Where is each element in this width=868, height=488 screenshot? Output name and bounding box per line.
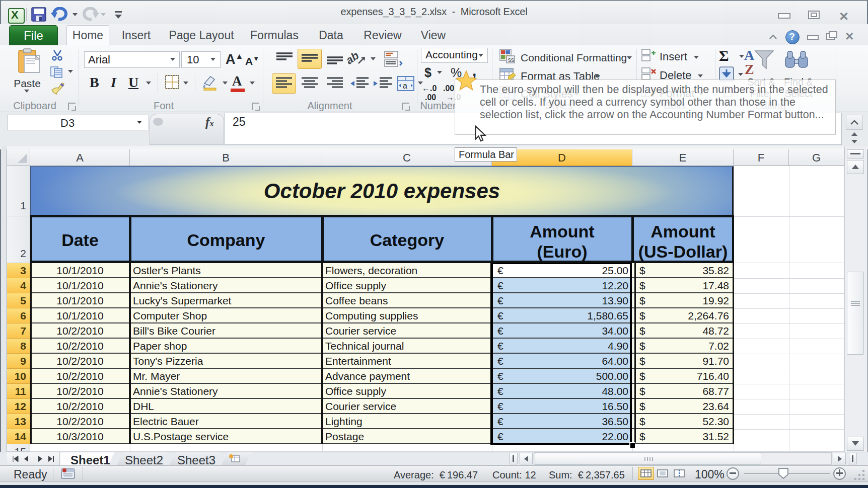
svg-text:A: A <box>744 48 755 63</box>
svg-text:ab: ab <box>347 50 361 67</box>
svg-text:ss: ss <box>508 56 514 63</box>
svg-text:a: a <box>403 82 407 90</box>
svg-text:Z: Z <box>745 61 754 77</box>
